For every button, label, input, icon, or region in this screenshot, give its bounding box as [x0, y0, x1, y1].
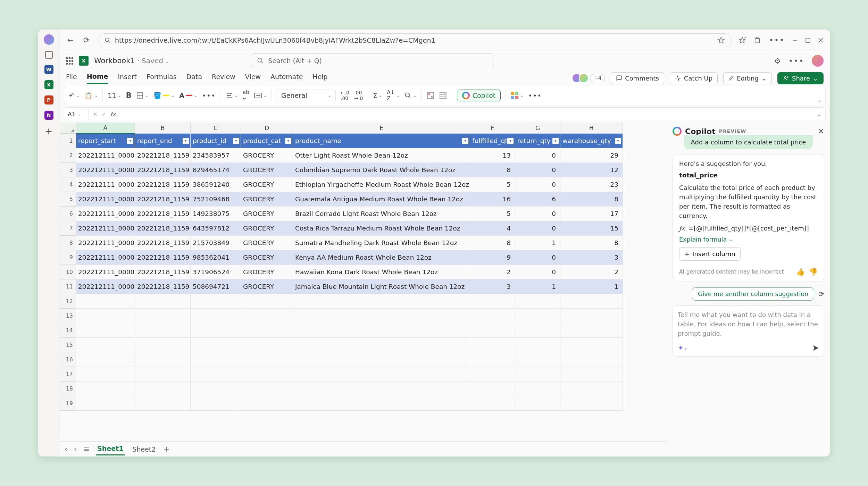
files-icon[interactable] [45, 51, 53, 59]
cell[interactable] [241, 352, 293, 367]
row-header[interactable]: 13 [60, 309, 76, 323]
cell[interactable] [191, 382, 241, 396]
cell[interactable] [515, 382, 560, 396]
cell[interactable] [560, 367, 623, 382]
cell[interactable]: 643597812 [191, 221, 241, 236]
collections-icon[interactable] [738, 36, 746, 44]
cell[interactable] [560, 352, 623, 367]
cell[interactable]: 8 [560, 192, 623, 207]
filter-icon[interactable]: ▾ [462, 138, 468, 144]
cancel-formula-icon[interactable]: ✕ [93, 111, 97, 118]
sheet-tab-1[interactable]: Sheet1 [96, 443, 125, 455]
fill-color-button[interactable]: 🪣⌄ [153, 92, 174, 100]
name-box[interactable]: A1⌄ [64, 108, 89, 121]
cell[interactable]: 1 [515, 279, 560, 294]
copilot-ribbon-button[interactable]: Copilot [457, 90, 501, 101]
cell[interactable] [135, 352, 191, 367]
cell[interactable]: 15 [560, 221, 623, 236]
cell[interactable] [241, 338, 293, 352]
font-size-select[interactable]: 11⌄ [108, 92, 121, 99]
cell[interactable]: 3 [560, 250, 623, 265]
cell[interactable]: 829465174 [191, 163, 241, 177]
row-header[interactable]: 11 [60, 279, 76, 294]
catchup-button[interactable]: Catch Up [670, 72, 718, 84]
merge-button[interactable]: ⌄ [254, 93, 267, 98]
cell[interactable] [293, 323, 470, 338]
cell[interactable]: Ethiopian Yirgacheffe Medium Roast Whole… [293, 177, 470, 192]
thumbs-down-icon[interactable]: 👎 [809, 268, 818, 276]
col-header-d[interactable]: D [241, 123, 293, 134]
cell[interactable]: 20221218_1159 [135, 221, 191, 236]
cell[interactable]: 202212111_0000 [76, 177, 135, 192]
cell[interactable]: 371906524 [191, 265, 241, 279]
cell[interactable]: 202212111_0000 [76, 250, 135, 265]
cell[interactable]: 20221218_1159 [135, 207, 191, 221]
cell[interactable]: 0 [515, 250, 560, 265]
cell[interactable] [470, 352, 515, 367]
row-header[interactable]: 18 [60, 382, 76, 396]
cell[interactable]: GROCERY [241, 163, 293, 177]
word-icon[interactable]: W [44, 65, 53, 74]
cell[interactable]: 202212111_0000 [76, 163, 135, 177]
cell[interactable]: 202212111_0000 [76, 236, 135, 250]
cell[interactable] [470, 396, 515, 411]
cell[interactable] [293, 352, 470, 367]
cell[interactable]: 202212111_0000 [76, 207, 135, 221]
excel-icon[interactable]: X [44, 80, 53, 89]
tab-formulas[interactable]: Formulas [147, 73, 177, 83]
cell[interactable]: Otter Light Roast Whole Bean 12oz [293, 148, 470, 163]
cell[interactable] [191, 294, 241, 309]
col-header-a[interactable]: A [76, 123, 135, 134]
cell[interactable] [241, 309, 293, 323]
cell[interactable]: 752109468 [191, 192, 241, 207]
cell[interactable] [515, 323, 560, 338]
cell[interactable]: 215703849 [191, 236, 241, 250]
cell[interactable] [241, 294, 293, 309]
cell[interactable] [515, 367, 560, 382]
cell[interactable] [135, 382, 191, 396]
fx-icon[interactable]: fx [110, 111, 116, 118]
font-color-button[interactable]: A⌄ [179, 92, 197, 99]
cell[interactable]: 20221218_1159 [135, 250, 191, 265]
cell[interactable]: Kenya AA Medium Roast Whole Bean 12oz [293, 250, 470, 265]
increase-decimal-button[interactable]: ←.0.00 [341, 90, 349, 101]
onenote-icon[interactable]: N [44, 111, 53, 120]
cell[interactable] [241, 396, 293, 411]
table-header-cell[interactable]: product_cat▾ [241, 134, 293, 148]
row-header[interactable]: 3 [60, 163, 76, 177]
formula-input[interactable] [120, 108, 812, 121]
cell[interactable]: GROCERY [241, 177, 293, 192]
row-header[interactable]: 19 [60, 396, 76, 411]
cell[interactable]: 4 [470, 221, 515, 236]
cell[interactable] [293, 309, 470, 323]
cell[interactable]: GROCERY [241, 221, 293, 236]
cell[interactable]: 0 [515, 148, 560, 163]
cell[interactable]: 202212111_0000 [76, 192, 135, 207]
undo-button[interactable]: ↶⌄ [69, 92, 80, 99]
cell[interactable] [191, 309, 241, 323]
col-header-h[interactable]: H [560, 123, 623, 134]
cell[interactable]: 386591240 [191, 177, 241, 192]
bold-button[interactable]: B [126, 91, 132, 100]
ribbon-more-icon[interactable]: ••• [528, 92, 542, 99]
close-window-icon[interactable] [818, 37, 824, 43]
filter-icon[interactable]: ▾ [127, 138, 133, 144]
cell[interactable] [560, 382, 623, 396]
table-header-cell[interactable]: product_name▾ [293, 134, 470, 148]
borders-button[interactable]: ⌄ [136, 92, 148, 99]
row-header[interactable]: 9 [60, 250, 76, 265]
table-header-cell[interactable]: fullfilled_qty▾ [470, 134, 515, 148]
cell[interactable]: 0 [515, 177, 560, 192]
filter-icon[interactable]: ▾ [285, 138, 291, 144]
row-header[interactable]: 15 [60, 338, 76, 352]
cell[interactable]: 20221218_1159 [135, 265, 191, 279]
align-button[interactable]: ⌄ [226, 93, 238, 98]
sheet-next-icon[interactable]: › [74, 445, 77, 453]
cell-styles-button[interactable]: ⌄ [511, 92, 523, 99]
col-header-g[interactable]: G [515, 123, 560, 134]
cell[interactable]: 0 [515, 265, 560, 279]
refresh-icon[interactable]: ⟳ [82, 36, 91, 45]
table-header-cell[interactable]: return_qty▾ [515, 134, 560, 148]
cell[interactable] [135, 367, 191, 382]
title-more-icon[interactable]: ••• [788, 57, 804, 65]
